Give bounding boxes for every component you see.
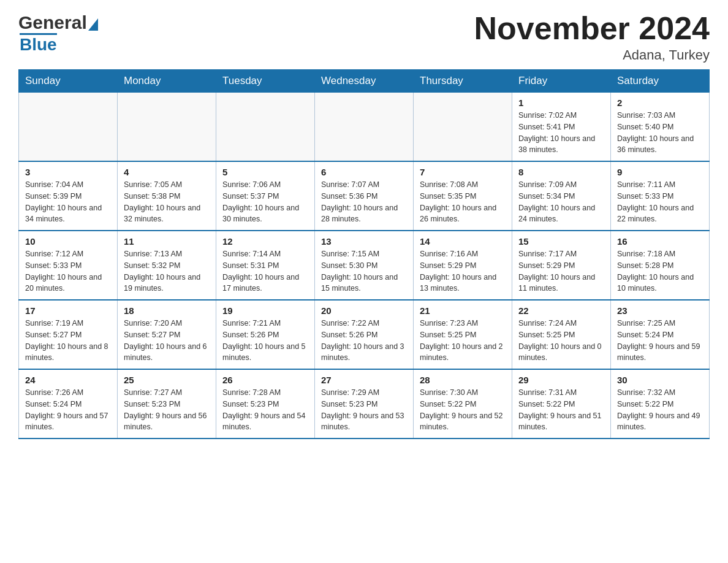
day-info: Sunrise: 7:04 AMSunset: 5:39 PMDaylight:…	[25, 179, 111, 225]
calendar-cell	[19, 93, 118, 162]
day-number: 3	[25, 167, 111, 177]
column-header-monday: Monday	[118, 70, 216, 93]
column-header-wednesday: Wednesday	[315, 70, 414, 93]
calendar-cell: 21Sunrise: 7:23 AMSunset: 5:25 PMDayligh…	[414, 300, 512, 369]
day-number: 14	[420, 236, 506, 247]
day-number: 21	[420, 305, 506, 316]
calendar-cell: 12Sunrise: 7:14 AMSunset: 5:31 PMDayligh…	[216, 231, 315, 300]
calendar-header: SundayMondayTuesdayWednesdayThursdayFrid…	[19, 70, 710, 93]
calendar-cell: 28Sunrise: 7:30 AMSunset: 5:22 PMDayligh…	[414, 369, 512, 439]
column-header-thursday: Thursday	[414, 70, 512, 93]
day-info: Sunrise: 7:16 AMSunset: 5:29 PMDaylight:…	[420, 248, 506, 294]
day-info: Sunrise: 7:25 AMSunset: 5:24 PMDaylight:…	[617, 318, 703, 364]
title-area: November 2024 Adana, Turkey	[474, 12, 710, 63]
calendar-cell: 9Sunrise: 7:11 AMSunset: 5:33 PMDaylight…	[611, 161, 710, 231]
calendar-cell: 25Sunrise: 7:27 AMSunset: 5:23 PMDayligh…	[118, 369, 216, 439]
day-number: 27	[321, 375, 407, 385]
week-row-3: 10Sunrise: 7:12 AMSunset: 5:33 PMDayligh…	[19, 231, 710, 300]
day-number: 6	[321, 167, 407, 177]
calendar-cell: 3Sunrise: 7:04 AMSunset: 5:39 PMDaylight…	[19, 161, 118, 231]
day-info: Sunrise: 7:08 AMSunset: 5:35 PMDaylight:…	[420, 179, 506, 225]
calendar-cell: 10Sunrise: 7:12 AMSunset: 5:33 PMDayligh…	[19, 231, 118, 300]
column-header-sunday: Sunday	[19, 70, 118, 93]
calendar-cell	[315, 93, 414, 162]
day-number: 16	[617, 236, 703, 247]
day-info: Sunrise: 7:21 AMSunset: 5:26 PMDaylight:…	[222, 318, 308, 364]
day-number: 20	[321, 305, 407, 316]
day-info: Sunrise: 7:06 AMSunset: 5:37 PMDaylight:…	[222, 179, 308, 225]
page-header: General Blue November 2024 Adana, Turkey	[18, 12, 710, 63]
day-info: Sunrise: 7:31 AMSunset: 5:22 PMDaylight:…	[518, 387, 604, 433]
day-info: Sunrise: 7:26 AMSunset: 5:24 PMDaylight:…	[25, 387, 111, 433]
calendar-cell: 11Sunrise: 7:13 AMSunset: 5:32 PMDayligh…	[118, 231, 216, 300]
day-info: Sunrise: 7:29 AMSunset: 5:23 PMDaylight:…	[321, 387, 407, 433]
day-number: 9	[617, 167, 703, 177]
day-number: 25	[124, 375, 210, 385]
calendar-cell: 30Sunrise: 7:32 AMSunset: 5:22 PMDayligh…	[611, 369, 710, 439]
column-header-saturday: Saturday	[611, 70, 710, 93]
calendar-cell	[216, 93, 315, 162]
week-row-4: 17Sunrise: 7:19 AMSunset: 5:27 PMDayligh…	[19, 300, 710, 369]
day-number: 24	[25, 375, 111, 385]
day-info: Sunrise: 7:23 AMSunset: 5:25 PMDaylight:…	[420, 318, 506, 364]
day-number: 10	[25, 236, 111, 247]
calendar-cell	[414, 93, 512, 162]
day-number: 13	[321, 236, 407, 247]
day-info: Sunrise: 7:14 AMSunset: 5:31 PMDaylight:…	[222, 248, 308, 294]
calendar-cell: 19Sunrise: 7:21 AMSunset: 5:26 PMDayligh…	[216, 300, 315, 369]
day-number: 15	[518, 236, 604, 247]
day-info: Sunrise: 7:28 AMSunset: 5:23 PMDaylight:…	[222, 387, 308, 433]
calendar-table: SundayMondayTuesdayWednesdayThursdayFrid…	[18, 69, 710, 439]
calendar-cell: 27Sunrise: 7:29 AMSunset: 5:23 PMDayligh…	[315, 369, 414, 439]
calendar-cell: 7Sunrise: 7:08 AMSunset: 5:35 PMDaylight…	[414, 161, 512, 231]
day-info: Sunrise: 7:22 AMSunset: 5:26 PMDaylight:…	[321, 318, 407, 364]
day-info: Sunrise: 7:07 AMSunset: 5:36 PMDaylight:…	[321, 179, 407, 225]
day-number: 4	[124, 167, 210, 177]
day-number: 5	[222, 167, 308, 177]
calendar-cell: 22Sunrise: 7:24 AMSunset: 5:25 PMDayligh…	[512, 300, 611, 369]
month-title: November 2024	[474, 12, 710, 44]
day-number: 1	[518, 98, 604, 108]
logo: General Blue	[18, 12, 98, 55]
week-row-5: 24Sunrise: 7:26 AMSunset: 5:24 PMDayligh…	[19, 369, 710, 439]
calendar-cell: 4Sunrise: 7:05 AMSunset: 5:38 PMDaylight…	[118, 161, 216, 231]
day-info: Sunrise: 7:05 AMSunset: 5:38 PMDaylight:…	[124, 179, 210, 225]
calendar-cell: 2Sunrise: 7:03 AMSunset: 5:40 PMDaylight…	[611, 93, 710, 162]
calendar-cell: 29Sunrise: 7:31 AMSunset: 5:22 PMDayligh…	[512, 369, 611, 439]
calendar-cell: 6Sunrise: 7:07 AMSunset: 5:36 PMDaylight…	[315, 161, 414, 231]
logo-triangle-icon	[88, 18, 98, 31]
day-number: 17	[25, 305, 111, 316]
day-number: 28	[420, 375, 506, 385]
day-number: 11	[124, 236, 210, 247]
calendar-cell: 24Sunrise: 7:26 AMSunset: 5:24 PMDayligh…	[19, 369, 118, 439]
day-number: 8	[518, 167, 604, 177]
calendar-cell: 18Sunrise: 7:20 AMSunset: 5:27 PMDayligh…	[118, 300, 216, 369]
day-number: 12	[222, 236, 308, 247]
day-info: Sunrise: 7:30 AMSunset: 5:22 PMDaylight:…	[420, 387, 506, 433]
day-number: 30	[617, 375, 703, 385]
day-info: Sunrise: 7:12 AMSunset: 5:33 PMDaylight:…	[25, 248, 111, 294]
day-info: Sunrise: 7:18 AMSunset: 5:28 PMDaylight:…	[617, 248, 703, 294]
day-info: Sunrise: 7:20 AMSunset: 5:27 PMDaylight:…	[124, 318, 210, 364]
day-info: Sunrise: 7:32 AMSunset: 5:22 PMDaylight:…	[617, 387, 703, 433]
calendar-cell: 15Sunrise: 7:17 AMSunset: 5:29 PMDayligh…	[512, 231, 611, 300]
day-info: Sunrise: 7:27 AMSunset: 5:23 PMDaylight:…	[124, 387, 210, 433]
column-header-friday: Friday	[512, 70, 611, 93]
calendar-cell: 1Sunrise: 7:02 AMSunset: 5:41 PMDaylight…	[512, 93, 611, 162]
day-number: 7	[420, 167, 506, 177]
day-number: 22	[518, 305, 604, 316]
day-info: Sunrise: 7:19 AMSunset: 5:27 PMDaylight:…	[25, 318, 111, 364]
day-info: Sunrise: 7:11 AMSunset: 5:33 PMDaylight:…	[617, 179, 703, 225]
calendar-cell: 13Sunrise: 7:15 AMSunset: 5:30 PMDayligh…	[315, 231, 414, 300]
calendar-cell: 14Sunrise: 7:16 AMSunset: 5:29 PMDayligh…	[414, 231, 512, 300]
day-number: 23	[617, 305, 703, 316]
calendar-cell	[118, 93, 216, 162]
calendar-cell: 20Sunrise: 7:22 AMSunset: 5:26 PMDayligh…	[315, 300, 414, 369]
calendar-cell: 23Sunrise: 7:25 AMSunset: 5:24 PMDayligh…	[611, 300, 710, 369]
day-number: 2	[617, 98, 703, 108]
day-number: 19	[222, 305, 308, 316]
calendar-cell: 8Sunrise: 7:09 AMSunset: 5:34 PMDaylight…	[512, 161, 611, 231]
logo-general-text: General	[18, 12, 87, 33]
calendar-cell: 5Sunrise: 7:06 AMSunset: 5:37 PMDaylight…	[216, 161, 315, 231]
day-number: 26	[222, 375, 308, 385]
